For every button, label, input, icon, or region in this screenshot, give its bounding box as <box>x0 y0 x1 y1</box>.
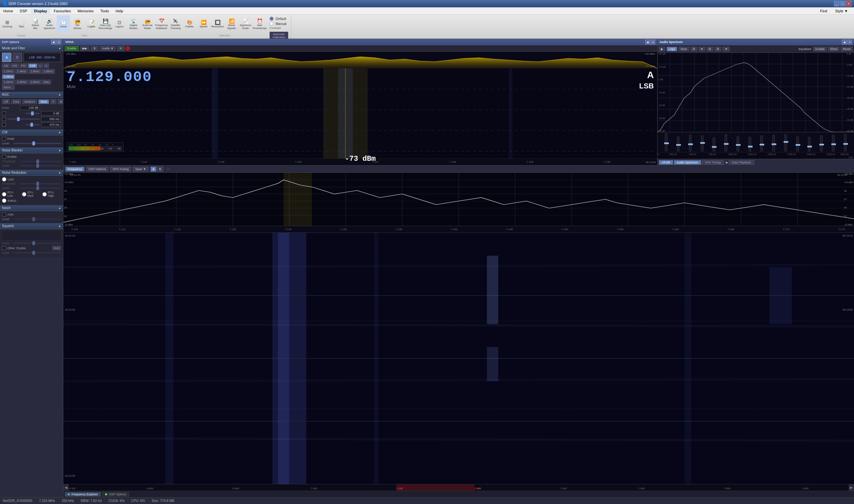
gain-slider[interactable] <box>25 113 40 114</box>
squelch-level-slider[interactable] <box>13 242 61 244</box>
spectrum-scale-btn[interactable]: 📈 SpectrumScale <box>239 15 252 33</box>
attack-slider[interactable] <box>7 119 40 120</box>
audio-play-btn[interactable]: ▶ <box>659 47 665 51</box>
audio-dropdown2-btn[interactable]: ▼ <box>723 47 730 51</box>
vfoa-close-btn[interactable]: ✕ <box>651 40 655 44</box>
nb-threshold-slider[interactable] <box>20 161 61 162</box>
vfo-b-btn[interactable]: B <box>157 166 163 172</box>
menu-dsp[interactable]: DSP <box>16 8 31 14</box>
squelch-header[interactable]: Squelch ▲ <box>0 223 63 229</box>
decay-checkbox[interactable] <box>2 123 6 127</box>
eq-slider-11[interactable] <box>792 136 803 151</box>
vfoa-float-btn[interactable]: ◀ <box>645 40 650 44</box>
mode-fm[interactable]: FM <box>20 64 28 68</box>
menu-home[interactable]: Home <box>0 8 16 14</box>
vfo-a-btn[interactable]: A <box>150 166 157 172</box>
filter-more[interactable]: More... <box>2 85 15 90</box>
vfoa-clear-btn[interactable]: ✕ <box>117 46 124 51</box>
eq-slider-10[interactable] <box>780 134 791 151</box>
vfoa-audio-btn[interactable]: Audio ▼ <box>100 46 116 51</box>
eq-slider-5[interactable] <box>721 134 731 151</box>
nr-width-slider[interactable] <box>20 187 61 189</box>
agc-slow[interactable]: Slow <box>38 100 49 104</box>
mode-am[interactable]: AM <box>2 64 10 68</box>
freq-explorer-tab[interactable]: Frequency Explorer <box>65 492 101 497</box>
eq-reset-btn[interactable]: Reset <box>841 47 853 51</box>
style-btn[interactable]: Style ▼ <box>832 8 851 14</box>
filter-2800[interactable]: 2.8kHz <box>42 69 55 74</box>
fm-stereo-btn[interactable]: 📻 FMStereo <box>71 15 84 33</box>
eq-slider-7[interactable] <box>744 137 755 151</box>
notch-header[interactable]: Notch ▲ <box>0 205 63 211</box>
external-radio-btn[interactable]: 📻 ExternalRadio <box>141 15 154 33</box>
eq-slider-15[interactable] <box>840 134 851 151</box>
nb-enable-checkbox[interactable] <box>2 155 6 159</box>
tabs-btn[interactable]: ⬜ Tabs <box>15 15 28 33</box>
eq-show-btn[interactable]: Show <box>828 47 840 51</box>
eq-slider-1[interactable] <box>673 137 684 151</box>
vfoa-enable-btn[interactable]: Enable <box>65 46 79 51</box>
panel-close-btn[interactable]: ✕ <box>56 40 61 44</box>
filter-3600[interactable]: 3.6kHz <box>29 80 41 84</box>
cw-level-slider[interactable] <box>13 143 61 144</box>
notch-level-slider[interactable] <box>13 218 61 220</box>
clock-btn[interactable]: 🕐 Clock <box>57 15 70 33</box>
rta-high-radio[interactable] <box>42 192 47 196</box>
maximize-btn[interactable]: □ <box>840 1 845 6</box>
eq-slider-9[interactable] <box>768 135 779 151</box>
cw-header[interactable]: CW ▲ <box>0 129 63 136</box>
dsp-options-bottom-tab[interactable]: DSP Options <box>102 492 129 497</box>
resolution-btn[interactable]: 🔲 Resolution <box>211 15 224 33</box>
agc-medium[interactable]: Medium <box>22 100 37 104</box>
filter-3200[interactable]: 3.2kHz <box>2 80 15 84</box>
weak-signals-btn[interactable]: 📶 WeakSignals <box>225 15 238 33</box>
mode-ssb[interactable]: SSB <box>28 64 37 68</box>
minimize-btn[interactable]: _ <box>834 1 839 6</box>
satellite-btn[interactable]: 🛰 SatelliteTracking <box>169 15 182 33</box>
panel-float-btn[interactable]: ◀ <box>51 40 56 44</box>
freq-scroll-right-btn[interactable]: ▶ <box>849 484 854 491</box>
squelch-other-level-slider[interactable] <box>13 252 61 253</box>
menu-tools[interactable]: Tools <box>97 8 112 14</box>
mode-filter-header[interactable]: Mode and Filter ▲ <box>0 46 63 51</box>
audio-spectrum-btn[interactable]: 🔊 AudioSpectrum <box>43 15 56 33</box>
mode-cw[interactable]: CW <box>11 64 19 68</box>
rta-low-radio[interactable] <box>2 192 6 196</box>
filter-3400[interactable]: 3.4kHz <box>15 80 28 84</box>
agc-off[interactable]: Off <box>2 100 10 104</box>
close-btn[interactable]: ✕ <box>846 1 851 6</box>
audio-grid-btn[interactable]: ⊞ <box>707 47 713 51</box>
lms-radio[interactable] <box>2 177 6 181</box>
decay-slider[interactable] <box>25 124 40 125</box>
find-btn[interactable]: Find <box>817 8 830 14</box>
speed-btn[interactable]: ⏩ Speed <box>197 15 210 33</box>
palette-btn[interactable]: 🎨 Palette <box>183 15 196 33</box>
vfoa-record-btn[interactable] <box>126 47 130 50</box>
eq-enable-btn[interactable]: Enable <box>813 47 826 51</box>
cw-peak-checkbox[interactable] <box>2 137 6 141</box>
eq-slider-6[interactable] <box>732 136 744 151</box>
noise-blanker-header[interactable]: Noise Blanker ▲ <box>0 147 63 154</box>
spectrum-more-btn[interactable]: — <box>165 167 171 171</box>
agc-header[interactable]: AGC ▲ <box>0 92 63 98</box>
frequency-db-btn[interactable]: 📅 FrequencyDatabase <box>155 15 168 33</box>
menu-help[interactable]: Help <box>112 8 126 14</box>
layout-btn[interactable]: ⊡ Layout <box>113 15 126 33</box>
digital-modes-btn[interactable]: 📡 DigitalModes <box>127 15 140 33</box>
audio-dropdown-btn[interactable]: ▼ <box>698 47 706 51</box>
dsp-options-tab-btn[interactable]: DSP Options <box>86 167 108 172</box>
audio-gear2-btn[interactable]: ⚙ <box>714 47 721 51</box>
menu-display[interactable]: Display <box>31 8 50 14</box>
noise-reduction-header[interactable]: Noise Reduction ▲ <box>0 170 63 176</box>
menu-memories[interactable]: Memories <box>74 8 97 14</box>
nb-width-slider[interactable] <box>20 165 61 166</box>
audio-spectrum-tab[interactable]: Audio Spectrum <box>674 160 701 165</box>
emns-radio[interactable] <box>2 198 6 203</box>
vfo-tuning-tab[interactable]: VFO Tuning <box>702 160 724 165</box>
audio-close-btn[interactable]: ✕ <box>847 40 852 44</box>
span-btn[interactable]: Span ▼ <box>133 167 148 172</box>
rta-med-radio[interactable] <box>22 192 26 196</box>
squelch-auto-btn[interactable]: Auto <box>52 246 61 250</box>
notch-auto-checkbox[interactable] <box>2 213 6 216</box>
data-iq-btn[interactable]: 💾 Data (IQ)Recordings <box>99 15 112 33</box>
